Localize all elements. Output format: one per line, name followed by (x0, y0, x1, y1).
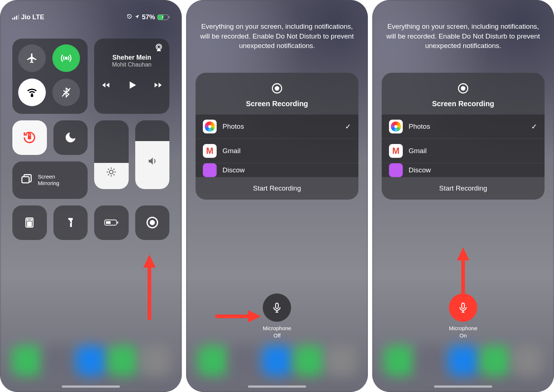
svg-point-14 (28, 224, 29, 225)
airplane-mode-button[interactable] (18, 44, 46, 72)
svg-point-2 (31, 95, 33, 96)
app-name: Photos (409, 123, 525, 131)
record-icon (271, 89, 283, 96)
microphone-toggle[interactable]: MicrophoneOn (449, 293, 477, 339)
connectivity-tile (12, 39, 88, 114)
record-icon (457, 89, 469, 96)
media-artist: Mohit Chauhan (101, 61, 162, 68)
svg-rect-10 (27, 219, 32, 221)
app-icon (203, 163, 217, 177)
list-item[interactable]: Photos ✓ (196, 115, 358, 139)
svg-point-0 (129, 16, 130, 17)
control-center-screenshot: Jio LTE 57% ⚡︎ (0, 0, 182, 392)
cellular-data-button[interactable] (52, 44, 80, 72)
svg-point-18 (29, 225, 30, 226)
screen-mirroring-tile[interactable]: Screen Mirroring (12, 161, 88, 199)
home-indicator[interactable] (62, 385, 120, 388)
svg-point-11 (28, 222, 29, 223)
svg-point-5 (157, 45, 161, 49)
mic-label: Microphone (449, 325, 477, 331)
screen-recording-sheet: Screen Recording Photos ✓ M Gmail Discow… (382, 73, 545, 200)
screen-recording-tile[interactable] (135, 205, 170, 240)
screen-recording-options-mic-on: Everything on your screen, including not… (372, 0, 554, 392)
battery-icon: ⚡︎ (157, 15, 170, 20)
svg-point-17 (28, 225, 29, 226)
svg-point-27 (275, 86, 280, 91)
checkmark-icon: ✓ (531, 122, 537, 131)
svg-point-16 (31, 224, 32, 225)
airplay-icon[interactable] (154, 43, 164, 54)
sheet-title: Screen Recording (196, 100, 358, 108)
rotation-lock-tile[interactable] (12, 120, 47, 155)
app-icon (389, 163, 403, 177)
rewind-button[interactable] (101, 80, 111, 91)
home-indicator[interactable] (434, 385, 492, 388)
volume-icon (147, 156, 158, 168)
volume-slider[interactable] (135, 120, 170, 189)
screen-mirroring-label: Screen Mirroring (38, 173, 59, 187)
svg-point-13 (31, 222, 32, 223)
brightness-slider[interactable] (94, 120, 129, 189)
start-recording-button[interactable]: Start Recording (196, 177, 358, 200)
screen-mirroring-icon (20, 173, 33, 187)
low-power-tile[interactable] (94, 205, 129, 240)
svg-rect-31 (462, 303, 465, 309)
gmail-app-icon: M (203, 144, 217, 158)
forward-button[interactable] (153, 80, 163, 91)
rotation-lock-icon (127, 13, 132, 21)
bluetooth-button[interactable] (52, 79, 80, 106)
home-indicator[interactable] (248, 385, 306, 388)
microphone-icon[interactable] (449, 293, 477, 322)
recording-notice: Everything on your screen, including not… (186, 0, 368, 51)
mic-state: On (459, 332, 467, 339)
photos-app-icon (389, 120, 403, 133)
annotation-arrow (145, 255, 154, 320)
svg-point-20 (70, 222, 71, 223)
list-item[interactable]: Photos ✓ (382, 115, 545, 139)
wifi-button[interactable] (18, 79, 46, 106)
svg-rect-22 (106, 221, 111, 224)
app-name: Gmail (409, 147, 537, 155)
screen-recording-sheet: Screen Recording Photos ✓ M Gmail Discow… (196, 73, 358, 200)
battery-pct: 57% (142, 13, 155, 21)
photos-app-icon (203, 120, 217, 133)
annotation-arrow (215, 312, 261, 321)
play-button[interactable] (127, 80, 137, 92)
recording-destination-list[interactable]: Photos ✓ M Gmail Discow (196, 115, 358, 177)
list-item[interactable]: M Gmail (196, 139, 358, 163)
app-name: Gmail (222, 147, 351, 155)
microphone-toggle[interactable]: MicrophoneOff (263, 293, 291, 339)
location-arrow-icon (135, 13, 140, 21)
svg-point-7 (109, 170, 113, 174)
annotation-arrow (459, 247, 467, 298)
app-name: Discow (409, 166, 537, 174)
mic-state: Off (273, 332, 281, 339)
sheet-title: Screen Recording (382, 100, 545, 108)
svg-rect-28 (276, 303, 278, 309)
signal-icon (12, 15, 19, 20)
svg-rect-23 (117, 222, 119, 224)
gmail-app-icon: M (389, 144, 403, 158)
recording-notice: Everything on your screen, including not… (372, 0, 554, 51)
svg-point-1 (65, 57, 67, 59)
list-item[interactable]: M Gmail (382, 139, 545, 163)
do-not-disturb-tile[interactable] (53, 120, 88, 155)
recording-destination-list[interactable]: Photos ✓ M Gmail Discow (382, 115, 545, 177)
list-item[interactable]: Discow (382, 163, 545, 177)
screen-recording-options-mic-off: Everything on your screen, including not… (186, 0, 368, 392)
svg-point-12 (29, 222, 30, 223)
media-title: Sheher Mein (101, 54, 162, 61)
mic-label: Microphone (263, 325, 291, 331)
media-tile[interactable]: Sheher Mein Mohit Chauhan (94, 39, 169, 114)
calculator-tile[interactable] (12, 205, 47, 240)
start-recording-button[interactable]: Start Recording (382, 177, 545, 200)
checkmark-icon: ✓ (345, 122, 351, 131)
list-item[interactable]: Discow (196, 163, 358, 177)
microphone-icon[interactable] (263, 293, 291, 322)
svg-rect-8 (22, 177, 29, 183)
svg-point-15 (29, 224, 30, 225)
status-bar: Jio LTE 57% ⚡︎ (0, 0, 182, 25)
flashlight-tile[interactable] (53, 205, 88, 240)
svg-rect-6 (28, 136, 31, 140)
svg-point-25 (150, 220, 155, 225)
